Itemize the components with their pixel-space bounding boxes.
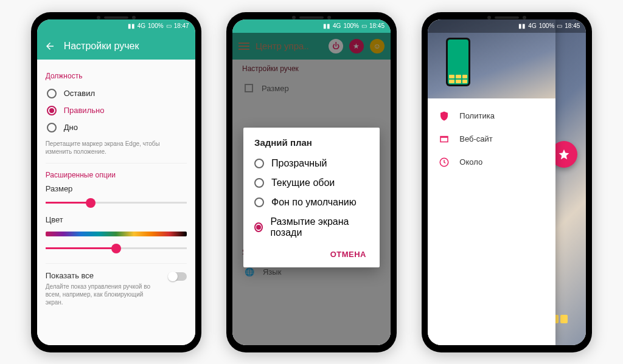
radio-left[interactable]: Оставил bbox=[46, 85, 187, 102]
status-bar: ▮▮ 4G 100% ▭ 18:47 bbox=[37, 19, 195, 33]
option-transparent[interactable]: Прозрачный bbox=[254, 154, 369, 173]
radio-icon bbox=[254, 197, 264, 207]
size-slider[interactable] bbox=[46, 196, 187, 210]
radio-bottom[interactable]: Дно bbox=[46, 119, 187, 136]
drawer-item-website[interactable]: Веб-сайт bbox=[428, 128, 555, 151]
option-blur-behind[interactable]: Размытие экрана позади bbox=[254, 212, 369, 242]
app-bar: Настройки ручек bbox=[37, 33, 195, 60]
phone-mock-3: ▮▮ 4G 100% ▭ 18:45 Политика Веб bbox=[422, 12, 592, 352]
radio-icon bbox=[254, 159, 264, 168]
drawer-item-policy[interactable]: Политика bbox=[428, 105, 555, 128]
battery-icon: ▭ bbox=[166, 22, 172, 29]
option-default-bg[interactable]: Фон по умолчанию bbox=[254, 193, 369, 212]
status-bar: ▮▮ 4G 100% ▭ 18:45 bbox=[428, 19, 586, 33]
drawer-item-about[interactable]: Около bbox=[428, 151, 555, 174]
drawer-item-label: Веб-сайт bbox=[459, 134, 492, 143]
color-label: Цвет bbox=[46, 215, 187, 224]
show-all-row[interactable]: Показать все Делайте показ управления ру… bbox=[46, 271, 187, 306]
battery-label: 100% bbox=[539, 22, 555, 29]
clock-label: 18:47 bbox=[174, 22, 189, 29]
radio-label: Оставил bbox=[64, 89, 95, 98]
option-wallpaper[interactable]: Текущие обои bbox=[254, 173, 369, 193]
cancel-button[interactable]: ОТМЕНА bbox=[328, 246, 369, 263]
battery-label: 100% bbox=[148, 22, 164, 29]
position-hint: Перетащите маркер экрана Edge, чтобы изм… bbox=[46, 140, 187, 156]
signal-icon: ▮▮ bbox=[323, 22, 330, 29]
nav-drawer: Политика Веб-сайт Около bbox=[428, 19, 555, 345]
show-all-switch[interactable] bbox=[169, 272, 187, 281]
battery-label: 100% bbox=[343, 22, 359, 29]
radio-icon bbox=[254, 178, 264, 188]
back-icon[interactable] bbox=[44, 41, 55, 52]
network-label: 4G bbox=[137, 22, 145, 29]
status-bar: ▮▮ 4G 100% ▭ 18:45 bbox=[232, 19, 391, 33]
clock-label: 18:45 bbox=[369, 22, 385, 29]
radio-right[interactable]: Правильно bbox=[46, 102, 187, 119]
radio-label: Правильно bbox=[64, 106, 105, 115]
section-advanced-heading: Расширенные опции bbox=[46, 171, 187, 179]
radio-icon bbox=[47, 106, 57, 115]
divider bbox=[46, 263, 187, 264]
radio-icon bbox=[47, 123, 57, 132]
size-label: Размер bbox=[46, 184, 187, 193]
show-all-label: Показать все bbox=[46, 271, 162, 280]
signal-icon: ▮▮ bbox=[128, 22, 135, 29]
drawer-item-label: Политика bbox=[459, 111, 495, 120]
page-title: Настройки ручек bbox=[64, 41, 139, 52]
clock-icon bbox=[439, 157, 450, 168]
dialog-title: Задний план bbox=[254, 137, 369, 148]
signal-icon: ▮▮ bbox=[518, 22, 526, 29]
radio-label: Дно bbox=[64, 123, 78, 132]
drawer-item-label: Около bbox=[459, 157, 482, 167]
battery-icon: ▭ bbox=[557, 22, 562, 29]
battery-icon: ▭ bbox=[361, 22, 367, 29]
divider bbox=[46, 163, 187, 163]
color-slider[interactable] bbox=[46, 241, 187, 256]
hue-preview bbox=[46, 227, 187, 241]
background-dialog: Задний план Прозрачный Текущие обои Фон … bbox=[243, 128, 380, 267]
radio-icon bbox=[254, 222, 263, 232]
show-all-hint: Делайте показ управления ручкой во всем,… bbox=[46, 283, 162, 306]
window-icon bbox=[439, 134, 450, 145]
radio-icon bbox=[47, 89, 57, 98]
shield-icon bbox=[439, 111, 450, 122]
clock-label: 18:45 bbox=[565, 22, 580, 29]
phone-mock-2: Настройки ручек Размер ≡ Показать уведом… bbox=[226, 12, 397, 352]
phone-mock-1: ▮▮ 4G 100% ▭ 18:47 Настройки ручек Должн… bbox=[31, 12, 201, 352]
section-position-heading: Должность bbox=[46, 72, 187, 80]
